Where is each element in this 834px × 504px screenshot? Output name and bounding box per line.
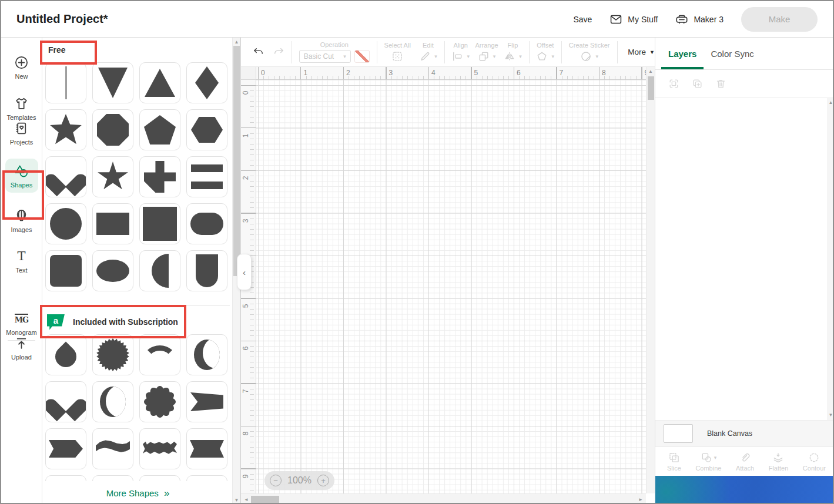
- shape-tile-ellipse[interactable]: [92, 250, 133, 291]
- trash-icon[interactable]: [715, 78, 726, 89]
- arrange-icon[interactable]: [478, 51, 490, 62]
- ruler-tick-label: 3: [242, 219, 250, 223]
- zoom-in-button[interactable]: +: [317, 475, 329, 486]
- scrollbar-thumb[interactable]: [648, 76, 654, 100]
- shape-tile-seal-circle[interactable]: [92, 334, 133, 375]
- shape-tile-scalloped-circle[interactable]: [139, 381, 180, 422]
- ruler-tick-label: 8: [242, 432, 250, 436]
- layers-scrollbar[interactable]: ▲ ▼: [827, 98, 834, 420]
- shape-tile-wave-banner[interactable]: [92, 428, 133, 469]
- shape-tile-diamond[interactable]: [186, 62, 227, 103]
- shape-tile-pennant[interactable]: [186, 381, 227, 422]
- operation-dropdown[interactable]: Basic Cut▾: [299, 50, 351, 63]
- shape-tile-stadium[interactable]: [186, 203, 227, 244]
- shape-tile-crescent[interactable]: [186, 334, 227, 375]
- shape-tile-teardrop[interactable]: [45, 334, 86, 375]
- scroll-down-icon[interactable]: ▼: [233, 497, 240, 504]
- make-button[interactable]: Make: [741, 7, 818, 32]
- scroll-right-icon[interactable]: ►: [637, 496, 645, 503]
- sidebar-item-templates[interactable]: Templates: [6, 96, 36, 121]
- slice-button[interactable]: Slice: [667, 452, 681, 472]
- scroll-up-icon[interactable]: ▲: [233, 39, 240, 46]
- shape-tile-arch[interactable]: [186, 250, 227, 291]
- offset-icon[interactable]: [536, 51, 548, 62]
- shape-tile-rounded-square[interactable]: [45, 250, 86, 291]
- design-canvas[interactable]: [256, 80, 646, 493]
- align-icon[interactable]: [451, 51, 463, 62]
- shape-tile-star[interactable]: [45, 109, 86, 150]
- attach-button[interactable]: Attach: [736, 452, 754, 472]
- select-all-icon[interactable]: [391, 51, 403, 62]
- shape-tile-vertical-line[interactable]: [45, 62, 86, 103]
- sidebar-item-shapes[interactable]: Shapes: [5, 159, 38, 193]
- subscription-shapes-grid: [45, 334, 227, 504]
- shape-tile-inverted-triangle[interactable]: [92, 62, 133, 103]
- duplicate-icon[interactable]: [692, 78, 703, 89]
- tab-layers[interactable]: Layers: [661, 38, 704, 69]
- sidebar-item-images[interactable]: Images: [11, 209, 32, 233]
- shape-tile-square[interactable]: [139, 203, 180, 244]
- tab-color-sync[interactable]: Color Sync: [704, 38, 761, 69]
- project-title[interactable]: Untitled Project*: [16, 12, 108, 26]
- scroll-down-icon[interactable]: ▼: [827, 412, 834, 419]
- shape-tile-equals[interactable]: [186, 156, 227, 197]
- layers-list[interactable]: [655, 98, 834, 420]
- shape-tile-semicircle[interactable]: [139, 250, 180, 291]
- scrollbar-thumb[interactable]: [233, 46, 240, 276]
- shape-tile-notched-banner[interactable]: [186, 428, 227, 469]
- redo-icon[interactable]: [273, 46, 284, 58]
- shape-tile-triangle[interactable]: [139, 62, 180, 103]
- flip-icon[interactable]: [504, 51, 515, 62]
- contour-button[interactable]: Contour: [803, 452, 826, 472]
- sidebar-item-projects[interactable]: Projects: [10, 121, 34, 146]
- shape-tile-round-heart[interactable]: [45, 381, 86, 422]
- shape-tile-five-point-star[interactable]: [92, 156, 133, 197]
- shape-tile-circle[interactable]: [45, 203, 86, 244]
- zoom-out-button[interactable]: −: [270, 475, 282, 486]
- color-swatch[interactable]: [354, 50, 370, 63]
- more-shapes-link[interactable]: More Shapes »: [106, 488, 169, 499]
- shape-tile-pointed-banner[interactable]: [45, 428, 86, 469]
- scroll-left-icon[interactable]: ◄: [242, 496, 250, 503]
- shape-tile-plus[interactable]: [139, 156, 180, 197]
- shape-tile-rectangle[interactable]: [92, 203, 133, 244]
- more-menu-button[interactable]: More▼: [628, 48, 655, 56]
- shape-tile-thin-crescent[interactable]: [92, 381, 133, 422]
- sidebar-item-text[interactable]: TText: [14, 249, 29, 274]
- canvas-vertical-scrollbar[interactable]: ▲: [646, 67, 655, 493]
- shape-tile-pentagon[interactable]: [139, 109, 180, 150]
- shapes-panel: Free a Included with Subscription More S…: [42, 38, 241, 504]
- save-button[interactable]: Save: [573, 15, 592, 24]
- blank-canvas-label: Blank Canvas: [707, 429, 752, 438]
- shape-tile-hexagon[interactable]: [186, 109, 227, 150]
- undo-icon[interactable]: [253, 46, 264, 58]
- canvas-color-swatch[interactable]: [664, 424, 693, 443]
- shape-tile-arc[interactable]: [139, 334, 180, 375]
- create-sticker-icon[interactable]: [580, 51, 592, 62]
- attach-icon: [739, 452, 751, 463]
- machine-select-button[interactable]: Maker 3: [675, 13, 724, 26]
- sidebar-item-label: New: [15, 73, 28, 80]
- stadium-shape: [190, 213, 223, 235]
- promo-banner[interactable]: [655, 476, 834, 504]
- group-select-icon[interactable]: [668, 78, 679, 89]
- shape-tile-heart[interactable]: [45, 156, 86, 197]
- sidebar-item-monogram[interactable]: MGMonogram: [6, 311, 37, 336]
- scroll-up-icon[interactable]: ▲: [647, 68, 655, 75]
- scrollbar-thumb[interactable]: [251, 496, 279, 503]
- shape-tile-wavy-banner[interactable]: [139, 428, 180, 469]
- caret-down-icon: ▼: [649, 49, 655, 55]
- shape-tile-octagon[interactable]: [92, 109, 133, 150]
- shapes-icon: [14, 164, 29, 179]
- scroll-up-icon[interactable]: ▲: [827, 99, 834, 106]
- sidebar-item-new[interactable]: New: [14, 55, 29, 80]
- edit-pencil-icon[interactable]: [419, 51, 431, 62]
- flatten-button[interactable]: Flatten: [769, 452, 789, 472]
- panel-collapse-handle[interactable]: ‹: [237, 254, 252, 290]
- action-label: Flatten: [769, 465, 789, 472]
- blank-canvas-row[interactable]: Blank Canvas: [655, 420, 834, 446]
- my-stuff-button[interactable]: My Stuff: [609, 13, 658, 26]
- wavy-banner-shape: [143, 438, 177, 459]
- canvas-horizontal-scrollbar[interactable]: ◄ ►: [241, 493, 646, 504]
- combine-button[interactable]: ▾Combine: [695, 452, 721, 472]
